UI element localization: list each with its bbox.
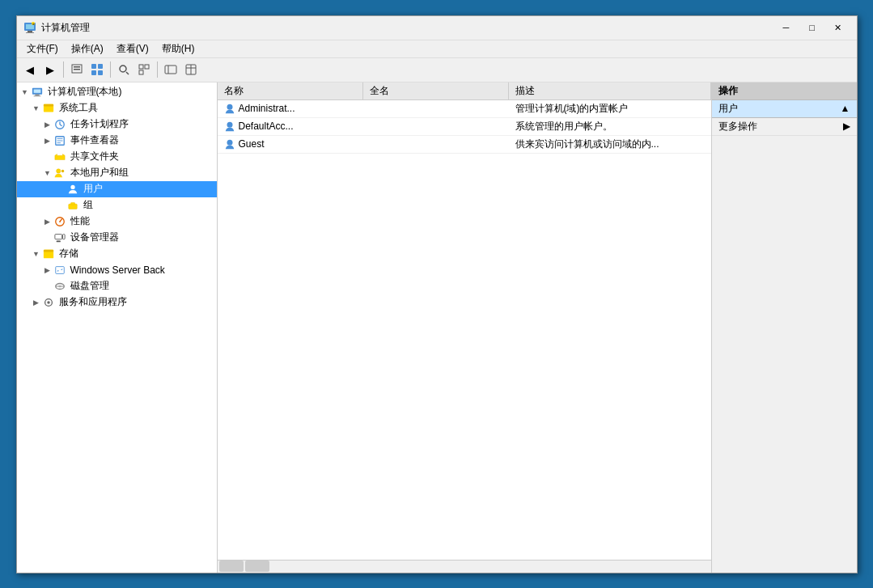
svg-point-54 [47,301,50,304]
cell-fullname-default [363,125,509,128]
col-header-desc[interactable]: 描述 [509,82,711,99]
forward-button[interactable]: ▶ [40,60,60,79]
cell-name-default: DefaultAcc... [218,119,363,133]
svg-rect-12 [98,70,103,75]
content-pane: 名称 全名 描述 Administrat... 管理计算机(域)的内置帐 [218,82,711,573]
computer-icon [31,86,44,99]
col-header-name[interactable]: 名称 [218,82,363,99]
menubar: 文件(F) 操作(A) 查看(V) 帮助(H) [17,40,857,58]
svg-point-52 [58,285,61,287]
toolbar-btn-5[interactable] [181,60,201,79]
toolbar-btn-2[interactable] [87,60,107,79]
svg-point-13 [120,66,126,72]
svg-rect-8 [74,69,80,70]
content-header: 名称 全名 描述 [218,82,711,100]
sidebar-item-shared-folders[interactable]: ▶ 共享文件夹 [17,149,217,165]
sidebar-item-disk-mgr[interactable]: ▶ 磁盘管理 [17,278,217,294]
storage-label: 存储 [59,247,78,260]
title-bar: ⚙ 计算机管理 ─ □ ✕ [17,16,857,40]
device-label: 设备管理器 [70,231,119,244]
sidebar-item-event-viewer[interactable]: ▶ 事件查看器 [17,133,217,149]
groups-label: 组 [83,198,93,212]
toolbar-btn-4[interactable] [161,60,180,79]
main-window: ⚙ 计算机管理 ─ □ ✕ 文件(F) 操作(A) 查看(V) 帮助(H) ◀ … [16,15,858,573]
svg-rect-17 [139,70,143,74]
minimize-button[interactable]: ─ [774,19,799,36]
wsb-label: Windows Server Back [70,264,165,276]
actions-section-header[interactable]: 用户 ▲ [712,100,857,118]
expander-root: ▼ [20,87,30,97]
toolbar-separator-1 [63,61,64,78]
svg-point-37 [61,169,64,172]
table-row[interactable]: Guest 供来宾访问计算机或访问域的内... [218,136,711,154]
col-header-fullname[interactable]: 全名 [363,82,509,99]
actions-more[interactable]: 更多操作 ▶ [712,118,857,136]
cell-desc-default: 系统管理的用户帐户。 [509,118,711,135]
svg-point-57 [227,140,232,146]
table-row[interactable]: Administrat... 管理计算机(域)的内置帐户 [218,100,711,118]
sidebar-item-win-server-back[interactable]: ▶ Windows Server Back [17,262,217,278]
expander-storage: ▼ [32,249,41,259]
sidebar-item-groups[interactable]: ▶ 组 [17,197,217,214]
device-icon [53,231,66,244]
event-icon [53,134,66,147]
menu-view[interactable]: 查看(V) [110,40,155,57]
toolbar-btn-1[interactable] [67,60,87,79]
sidebar-item-storage[interactable]: ▼ 存储 [17,246,217,262]
svg-rect-25 [35,94,39,95]
sys-tools-label: 系统工具 [59,101,98,115]
sidebar-item-task-sched[interactable]: ▶ 任务计划程序 [17,116,217,133]
toolbar-separator-2 [110,61,111,78]
svg-point-43 [59,221,61,222]
users-icon [66,183,79,196]
svg-rect-11 [91,70,96,75]
sidebar-item-root[interactable]: ▼ 计算机管理(本地) [17,84,217,100]
maximize-button[interactable]: □ [800,19,824,36]
svg-rect-49 [55,266,64,273]
sidebar-item-services-apps[interactable]: ▶ 服务和应用程序 [17,294,217,311]
svg-rect-24 [33,89,40,92]
svg-rect-48 [43,249,53,252]
more-arrow-icon: ▶ [843,121,850,132]
toolbar: ◀ ▶ [17,58,857,82]
toolbar-separator-3 [157,61,158,78]
menu-help[interactable]: 帮助(H) [155,40,201,57]
users-label: 用户 [83,182,103,196]
menu-action[interactable]: 操作(A) [65,40,110,57]
svg-rect-9 [91,64,96,69]
app-icon: ⚙ [23,21,36,34]
more-label: 更多操作 [718,120,757,133]
disk-label: 磁盘管理 [70,279,109,293]
sidebar-item-performance[interactable]: ▶ 性能 [17,214,217,230]
scroll-thumb-left[interactable] [219,561,244,572]
wsb-icon [53,264,66,277]
root-label: 计算机管理(本地) [48,85,122,99]
back-button[interactable]: ◀ [20,60,40,79]
toolbar-btn-3[interactable] [134,60,154,79]
svg-rect-15 [139,65,143,69]
svg-rect-7 [74,66,80,68]
svg-rect-45 [56,240,60,242]
local-users-icon [53,167,66,180]
performance-label: 性能 [70,214,90,228]
close-button[interactable]: ✕ [826,19,850,36]
actions-title: 操作 [712,82,857,100]
sidebar-item-local-users[interactable]: ▼ 本地用户和组 [17,165,217,181]
svg-point-55 [227,104,232,110]
sidebar-item-users[interactable]: ▶ 用户 [17,181,217,197]
scroll-thumb-right[interactable] [245,561,269,572]
table-row[interactable]: DefaultAcc... 系统管理的用户帐户。 [218,118,711,136]
menu-file[interactable]: 文件(F) [20,40,65,57]
svg-rect-10 [98,64,103,69]
cell-name-guest: Guest [218,137,363,151]
shared-label: 共享文件夹 [70,150,119,163]
expander-perf: ▶ [43,217,53,226]
sidebar-item-device-mgr[interactable]: ▶ 设备管理器 [17,230,217,246]
cell-fullname-guest [363,142,509,146]
toolbar-search[interactable] [114,60,133,79]
sidebar-item-sys-tools[interactable]: ▼ 系统工具 [17,100,217,116]
window-controls: ─ □ ✕ [774,19,850,36]
expander-task: ▶ [43,120,53,129]
expander-users-grp: ▼ [43,168,53,178]
svg-line-31 [60,125,62,126]
